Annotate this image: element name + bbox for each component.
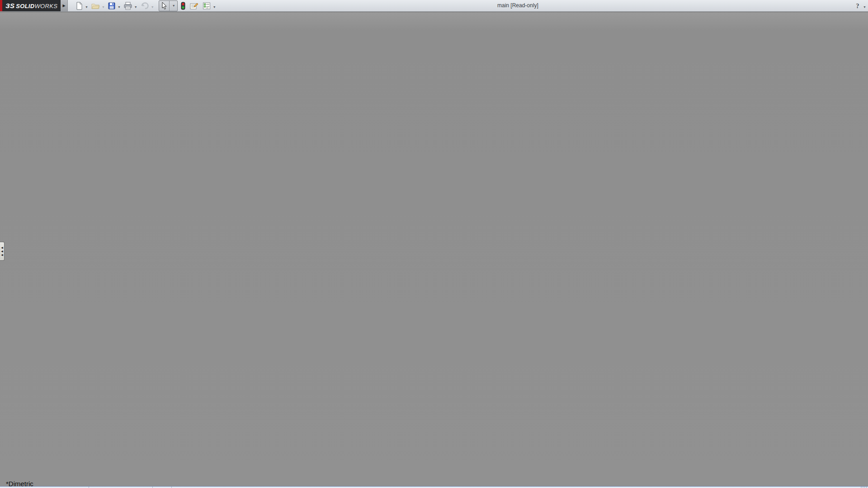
solidworks-logo: ЗSSOLIDWORKS — [0, 0, 61, 11]
chevron-down-icon: ▼ — [118, 5, 121, 9]
chevron-down-icon: ▼ — [213, 5, 216, 9]
help-dropdown[interactable]: ▼ — [862, 2, 866, 10]
standard-toolbar: ▼▼▼▼▼▼▼ — [72, 0, 216, 11]
select-tool-dropdown[interactable]: ▼ — [169, 1, 177, 11]
window-title: main [Read-only] — [497, 2, 538, 9]
new-icon — [75, 2, 83, 10]
new-document-button[interactable] — [74, 1, 84, 11]
featuremanager-collapse-tab[interactable]: ◀ ◀ ◀ — [0, 242, 5, 261]
chevron-down-icon: ▼ — [863, 5, 866, 9]
orientation-triad — [3, 441, 39, 479]
collapse-arrow-icon: ◀ — [1, 250, 3, 253]
options-dropdown[interactable]: ▼ — [212, 2, 216, 10]
chevron-down-icon: ▼ — [172, 4, 176, 7]
save-document-dropdown[interactable]: ▼ — [117, 2, 121, 10]
help-button[interactable]: ? — [853, 1, 862, 10]
open-document-dropdown[interactable]: ▼ — [101, 2, 105, 10]
ds-logo-glyph: ЗS — [5, 2, 14, 9]
undo-button[interactable] — [139, 1, 150, 11]
open-icon — [91, 2, 100, 10]
select-tool-button[interactable] — [159, 1, 169, 11]
traffic-icon — [180, 2, 186, 10]
comment-note-button[interactable] — [189, 1, 199, 11]
window-controls: ?▼ — [853, 0, 866, 11]
chevron-down-icon: ▼ — [85, 5, 88, 9]
undo-icon — [140, 2, 149, 10]
help-icon: ? — [854, 2, 861, 9]
selection-filter-button[interactable] — [179, 1, 187, 11]
chevron-down-icon: ▼ — [151, 5, 154, 9]
open-document-button[interactable] — [90, 1, 101, 11]
chevron-down-icon: ▼ — [102, 5, 105, 9]
graphics-area[interactable]: ◀ ◀ ◀ *Dimetric — [0, 12, 868, 488]
logo-solid: SOLID — [16, 3, 34, 9]
undo-dropdown[interactable]: ▼ — [150, 2, 154, 10]
svg-text:?: ? — [856, 3, 859, 9]
collapse-arrow-icon: ◀ — [1, 246, 3, 249]
select-tool-group: ▼ — [159, 0, 178, 11]
wireframe-model-jet-engine[interactable] — [0, 12, 868, 488]
print-icon — [123, 2, 132, 10]
collapse-arrow-icon: ◀ — [1, 253, 3, 256]
options-button[interactable] — [201, 1, 212, 11]
status-bar-edge — [0, 486, 868, 488]
save-document-button[interactable] — [107, 1, 117, 11]
title-bar: ЗSSOLIDWORKS ▶ ▼▼▼▼▼▼▼ main [Read-only] … — [0, 0, 868, 12]
options-icon — [202, 2, 211, 10]
new-document-dropdown[interactable]: ▼ — [84, 2, 88, 10]
note-icon — [189, 2, 198, 10]
select-icon — [160, 2, 168, 10]
save-icon — [108, 2, 116, 10]
menu-flyout-arrow[interactable]: ▶ — [61, 0, 68, 11]
brand-red-stripe — [0, 0, 2, 11]
chevron-down-icon: ▼ — [134, 5, 137, 9]
logo-works: WORKS — [34, 3, 57, 9]
print-document-dropdown[interactable]: ▼ — [133, 2, 137, 10]
print-document-button[interactable] — [123, 1, 133, 11]
